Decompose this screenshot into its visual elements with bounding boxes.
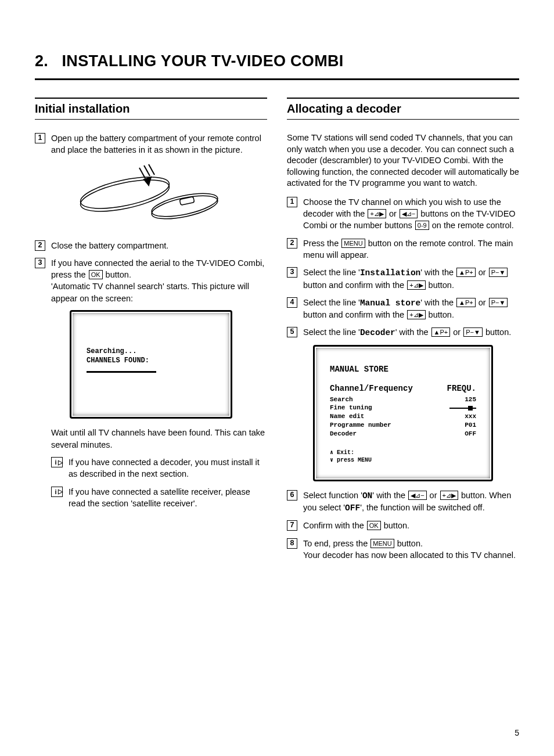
right-column: Allocating a decoder Some TV stations wi… — [287, 94, 519, 567]
key-p-up: ▲P+ — [456, 268, 476, 277]
text-part: or — [453, 327, 463, 337]
step-number-icon: 2 — [35, 240, 45, 251]
key-menu: MENU — [341, 239, 365, 248]
text-part: Select the line ' — [303, 327, 360, 337]
osd-line: CHANNELS FOUND: — [87, 356, 215, 365]
key-ok: OK — [367, 521, 381, 530]
key-menu: MENU — [370, 539, 394, 548]
text-part: on the remote control. — [432, 221, 514, 230]
step-number-icon: 3 — [35, 258, 45, 268]
osd-foot-line: ∨ press MENU — [330, 456, 476, 465]
step-7: 7 Confirm with the OK button. — [287, 520, 519, 531]
osd-label: Channel/Frequency — [330, 383, 413, 394]
step-number-icon: 3 — [287, 267, 297, 278]
note-text: If you have connected a decoder, you mus… — [69, 456, 267, 480]
svg-line-7 — [149, 164, 154, 175]
step-1: 1 Choose the TV channel on which you wis… — [287, 196, 519, 232]
step-6: 6 Select function 'ON' with the ◀⊿− or +… — [287, 489, 519, 514]
step-text: To end, press the MENU button. Your deco… — [303, 538, 519, 561]
step-text: Press the MENU button on the remote cont… — [303, 237, 519, 261]
key-p-up: ▲P+ — [456, 298, 476, 307]
step-text: Choose the TV channel on which you wish … — [303, 196, 519, 232]
step-number-icon: 1 — [287, 197, 297, 207]
section-title-initial-installation: Initial installation — [35, 98, 267, 120]
term-decoder: Decoder — [360, 328, 395, 337]
osd-label: Fine tuning — [330, 404, 372, 412]
term-on: ON — [362, 491, 372, 501]
text-part: button and confirm with the — [303, 280, 406, 290]
text-part: ' with the — [420, 268, 456, 277]
text-part: 'Automatic TV channel search' starts. Th… — [51, 282, 249, 303]
step-text: Select function 'ON' with the ◀⊿− or +⊿▶… — [303, 489, 519, 514]
text-part: button. — [429, 280, 454, 290]
step-3: 3 Select the line 'Installation' with th… — [287, 267, 519, 291]
key-p-up: ▲P+ — [431, 327, 451, 337]
key-digits: 0-9 — [415, 221, 429, 230]
text-part: or — [389, 209, 399, 218]
key-left-minus: ◀⊿− — [400, 209, 418, 218]
osd-value: P01 — [465, 421, 476, 430]
text-part: button. — [384, 521, 409, 530]
step-2: 2 Press the MENU button on the remote co… — [287, 237, 519, 261]
osd-manual-store-figure: MANUAL STORE Channel/Frequency FREQU. Se… — [313, 345, 493, 481]
left-column: Initial installation 1 Open up the batte… — [35, 94, 267, 567]
step-text: Close the battery compartment. — [51, 240, 267, 251]
key-plus-right: +⊿▶ — [407, 310, 425, 319]
step-number-icon: 7 — [287, 520, 297, 531]
text-part: or — [479, 268, 488, 277]
key-plus-right: +⊿▶ — [440, 491, 458, 500]
text-part: Confirm with the — [303, 521, 366, 530]
text-part: Press the — [303, 239, 341, 248]
page-number: 5 — [515, 728, 519, 737]
info-note-2: i If you have connected a satellite rece… — [51, 486, 267, 510]
svg-rect-4 — [179, 196, 195, 205]
chapter-number: 2. — [35, 52, 48, 70]
text-part: or — [430, 491, 440, 500]
svg-point-0 — [78, 174, 172, 217]
osd-label: Programme number — [330, 421, 391, 430]
text-part: ' with the — [372, 491, 408, 500]
chapter-title: 2. INSTALLING YOUR TV-VIDEO COMBI — [35, 52, 519, 80]
key-ok: OK — [89, 270, 103, 279]
info-icon: i — [51, 487, 63, 497]
step-text: Select the line 'Decoder' with the ▲P+ o… — [303, 326, 519, 339]
step-4: 4 Select the line 'Manual store' with th… — [287, 297, 519, 321]
intro-paragraph: Some TV stations will send coded TV chan… — [287, 132, 519, 189]
term-manual-store: Manual store — [360, 298, 420, 308]
info-icon: i — [51, 457, 63, 467]
step-number-icon: 2 — [287, 238, 297, 249]
step-text: Select the line 'Installation' with the … — [303, 267, 519, 291]
step-number-icon: 8 — [287, 538, 297, 549]
key-p-down: P−▼ — [489, 298, 508, 307]
text-part: Select function ' — [303, 491, 362, 500]
osd-slider — [449, 404, 476, 412]
osd-value: OFF — [465, 430, 476, 438]
text-part: Select the line ' — [303, 298, 360, 307]
key-plus-right: +⊿▶ — [368, 209, 386, 218]
note-text: If you have connected a satellite receiv… — [69, 486, 267, 510]
osd-value: 125 — [465, 395, 476, 404]
osd-value: xxx — [465, 412, 476, 421]
paragraph: Wait until all TV channels have been fou… — [51, 427, 267, 451]
step-number-icon: 6 — [287, 490, 297, 501]
text-part: button. — [429, 310, 454, 319]
step-number-icon: 5 — [287, 327, 297, 337]
step-2: 2 Close the battery compartment. — [35, 240, 267, 251]
step-number-icon: 4 — [287, 297, 297, 308]
chapter-text: INSTALLING YOUR TV-VIDEO COMBI — [62, 52, 344, 70]
key-plus-right: +⊿▶ — [407, 280, 425, 290]
step-text: Open up the battery compartment of your … — [51, 132, 267, 156]
osd-value: FREQU. — [447, 383, 476, 394]
text-part: or — [479, 298, 488, 307]
info-note-1: i If you have connected a decoder, you m… — [51, 456, 267, 480]
osd-title: MANUAL STORE — [330, 364, 476, 375]
text-part: To end, press the — [303, 539, 370, 548]
term-off: OFF — [345, 503, 360, 513]
key-p-down: P−▼ — [463, 327, 483, 337]
text-part: Your decoder has now been allocated to t… — [303, 550, 516, 560]
step-8: 8 To end, press the MENU button. Your de… — [287, 538, 519, 561]
osd-label: Name edit — [330, 412, 364, 421]
step-text: Confirm with the OK button. — [303, 520, 519, 531]
text-part: button. — [485, 327, 511, 337]
text-part: button. — [397, 539, 423, 548]
